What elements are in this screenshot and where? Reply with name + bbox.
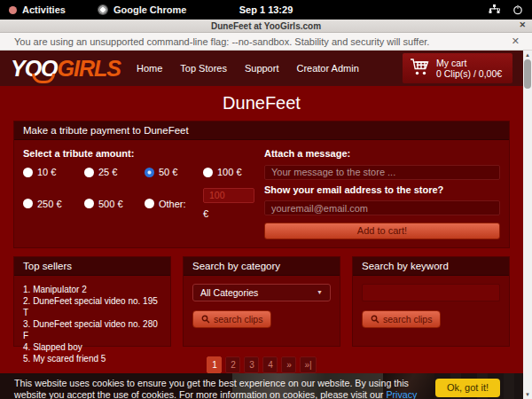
- nav-home[interactable]: Home: [137, 63, 162, 74]
- search-clips-category-button[interactable]: search clips: [192, 310, 271, 328]
- window-title: DuneFeet at YooGirls.com: [211, 21, 321, 31]
- radio-icon: [84, 168, 94, 177]
- radio-icon: [145, 199, 154, 208]
- browser-scrollbar[interactable]: ▲ ▼: [523, 51, 532, 399]
- scrollbar-up-icon[interactable]: ▲: [523, 51, 532, 59]
- cookie-accept-button[interactable]: Ok, got it!: [435, 379, 500, 397]
- warning-close-icon[interactable]: ✕: [512, 35, 520, 47]
- chrome-warning-bar: You are using an unsupported command-lin…: [0, 33, 532, 51]
- focused-app-name: Google Chrome: [113, 4, 187, 15]
- window-title-bar: DuneFeet at YooGirls.com ✕: [0, 20, 532, 33]
- radio-icon: [23, 168, 33, 177]
- activities-indicator-icon: [9, 6, 17, 14]
- search-category-panel: Search by category All Categories ▼ sear…: [183, 256, 340, 347]
- top-sellers-panel: Top sellers Manipulator 2 DuneFeet speci…: [13, 256, 171, 347]
- page-title: DuneFeet: [0, 93, 523, 113]
- cart-count: 0 Clip(s) / 0,00€: [436, 68, 502, 79]
- category-select[interactable]: All Categories ▼: [192, 284, 331, 301]
- cart-label: My cart: [436, 58, 502, 68]
- search-keyword-title: Search by keyword: [353, 257, 509, 276]
- web-page: YOOGIRLS Home Top Stores Support Creator…: [0, 51, 523, 399]
- currency-suffix: €: [203, 208, 264, 219]
- nav-support[interactable]: Support: [245, 63, 279, 74]
- page-button-1[interactable]: 1: [207, 356, 222, 373]
- network-icon[interactable]: [489, 4, 500, 15]
- search-icon: [201, 315, 210, 324]
- scrollbar-down-icon[interactable]: ▼: [523, 390, 532, 399]
- top-seller-item[interactable]: Manipulator 2: [23, 284, 161, 295]
- tribute-panel: Make a tribute payment to DuneFeet Selec…: [13, 121, 510, 248]
- search-category-title: Search by category: [184, 257, 340, 276]
- page-button-4[interactable]: 4: [262, 356, 278, 373]
- amount-radio-500[interactable]: 500 €: [84, 189, 145, 219]
- radio-icon: [23, 199, 33, 208]
- site-header: YOOGIRLS Home Top Stores Support Creator…: [0, 51, 523, 86]
- page-footer: This website uses cookies to ensure you …: [0, 373, 523, 399]
- amount-radio-50[interactable]: 50 €: [145, 167, 203, 177]
- clock[interactable]: Sep 1 13:29: [239, 4, 293, 15]
- scrollbar-thumb[interactable]: [524, 59, 531, 89]
- power-icon[interactable]: [512, 4, 523, 15]
- top-seller-item[interactable]: My scared friend 5: [23, 353, 161, 364]
- page-button-next[interactable]: »: [281, 356, 296, 373]
- my-cart-button[interactable]: My cart 0 Clip(s) / 0,00€: [403, 53, 512, 83]
- amount-radio-other[interactable]: Other:: [145, 189, 203, 219]
- warning-text: You are using an unsupported command-lin…: [14, 36, 429, 47]
- nav-creator-admin[interactable]: Creator Admin: [296, 63, 358, 74]
- email-label: Show your email address to the store?: [264, 184, 500, 195]
- top-seller-item[interactable]: DuneFeet special video no. 280 F: [23, 318, 161, 341]
- logo-smile-icon: [32, 74, 55, 83]
- top-sellers-list: Manipulator 2 DuneFeet special video no.…: [23, 284, 161, 364]
- page-button-last[interactable]: »|: [300, 356, 316, 373]
- search-clips-keyword-button[interactable]: search clips: [362, 310, 441, 328]
- focused-app-menu[interactable]: Google Chrome: [98, 4, 187, 15]
- amount-options: 10 € 25 € 50 € 100 € 250 € 500 € Other: …: [23, 167, 264, 219]
- nav-top-stores[interactable]: Top Stores: [180, 63, 227, 74]
- amount-radio-10[interactable]: 10 €: [23, 167, 84, 177]
- amount-radio-25[interactable]: 25 €: [84, 167, 145, 177]
- bottom-panels: Top sellers Manipulator 2 DuneFeet speci…: [13, 256, 510, 347]
- browser-viewport: YOOGIRLS Home Top Stores Support Creator…: [0, 51, 532, 399]
- gnome-top-bar: Activities Google Chrome Sep 1 13:29: [0, 0, 532, 20]
- page-button-2[interactable]: 2: [225, 356, 240, 373]
- other-amount-input[interactable]: [203, 188, 254, 203]
- add-to-cart-button[interactable]: Add to cart!: [264, 223, 500, 239]
- window-close-icon[interactable]: ✕: [519, 20, 526, 29]
- keyword-input[interactable]: [362, 284, 500, 301]
- top-sellers-title: Top sellers: [14, 257, 170, 276]
- message-input[interactable]: [264, 165, 500, 180]
- top-seller-item[interactable]: DuneFeet special video no. 195 T: [23, 295, 161, 318]
- search-icon: [371, 315, 379, 324]
- chevron-down-icon: ▼: [317, 289, 323, 295]
- radio-icon: [203, 168, 213, 177]
- amount-label: Select a tribute amount:: [23, 148, 264, 159]
- main-nav: Home Top Stores Support Creator Admin: [137, 63, 359, 74]
- radio-checked-icon: [145, 168, 154, 177]
- top-seller-item[interactable]: Slapped boy: [23, 341, 161, 353]
- page-content: DuneFeet Make a tribute payment to DuneF…: [0, 86, 523, 373]
- page-button-3[interactable]: 3: [244, 356, 259, 373]
- site-logo[interactable]: YOOGIRLS: [11, 58, 121, 80]
- amount-radio-250[interactable]: 250 €: [23, 189, 84, 219]
- search-keyword-panel: Search by keyword search clips: [352, 256, 510, 347]
- cart-icon: [410, 58, 430, 80]
- tribute-panel-title: Make a tribute payment to DuneFeet: [14, 121, 509, 140]
- activities-button[interactable]: Activities: [22, 4, 66, 15]
- cookie-consent-text: This website uses cookies to ensure you …: [14, 378, 438, 399]
- email-input[interactable]: [264, 200, 500, 215]
- message-label: Attach a message:: [264, 148, 500, 159]
- radio-icon: [84, 199, 94, 208]
- logo-part-2: GIRLS: [58, 56, 121, 81]
- amount-radio-100[interactable]: 100 €: [203, 167, 264, 177]
- category-selected-value: All Categories: [200, 287, 258, 298]
- chrome-icon: [98, 4, 108, 15]
